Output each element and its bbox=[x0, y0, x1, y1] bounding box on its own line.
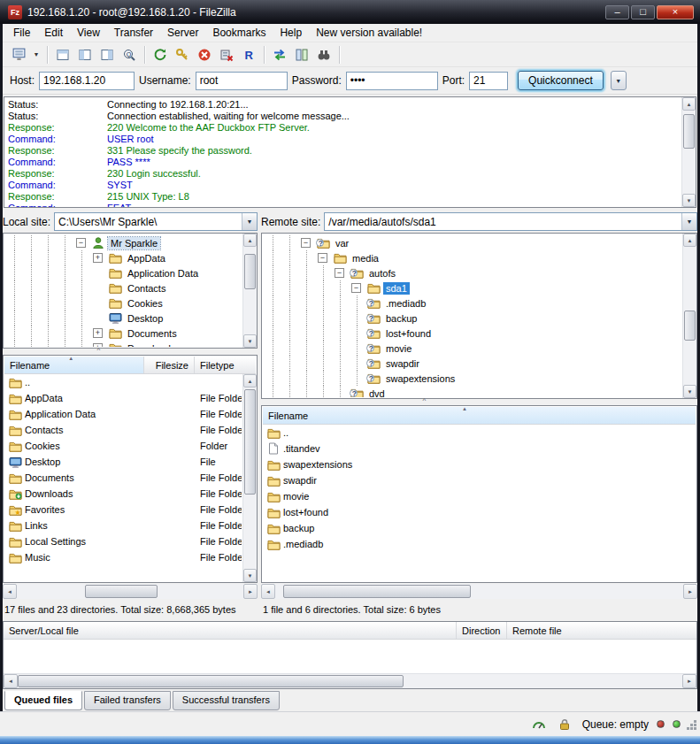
tree-item-movie[interactable]: ?movie bbox=[265, 341, 681, 356]
collapse-icon[interactable]: − bbox=[318, 253, 327, 263]
local-tree-vertical-scrollbar[interactable]: ▲ ▼ bbox=[242, 234, 257, 348]
process-queue-button[interactable] bbox=[172, 44, 193, 65]
host-input[interactable] bbox=[39, 72, 135, 90]
collapse-icon[interactable]: − bbox=[76, 238, 86, 248]
tree-item-downloads[interactable]: +Downloads bbox=[6, 341, 242, 347]
file-row-cookies[interactable]: CookiesFolder bbox=[4, 438, 242, 454]
site-manager-button[interactable] bbox=[8, 44, 29, 65]
column-header-server-local-file[interactable]: Server/Local file bbox=[4, 622, 457, 639]
dropdown-arrow-icon[interactable]: ▼ bbox=[242, 213, 257, 230]
synchronized-browsing-button[interactable] bbox=[269, 44, 290, 65]
menu-item-bookmarks[interactable]: Bookmarks bbox=[205, 24, 273, 42]
file-row-swapextensions[interactable]: swapextensions bbox=[263, 456, 696, 472]
tree-item-media[interactable]: −media bbox=[265, 250, 681, 265]
file-row-links[interactable]: LinksFile Folder bbox=[4, 518, 242, 533]
local-list-vertical-scrollbar[interactable]: ▲ ▼ bbox=[242, 374, 257, 582]
file-row-favorites[interactable]: ★FavoritesFile Folder bbox=[4, 502, 242, 518]
tree-item-swapextensions[interactable]: ?swapextensions bbox=[265, 371, 681, 386]
directory-comparison-button[interactable] bbox=[291, 44, 312, 65]
remote-site-combobox[interactable]: /var/media/autofs/sda1 ▼ bbox=[324, 212, 697, 231]
scroll-track[interactable] bbox=[275, 584, 683, 599]
scroll-left-icon[interactable]: ◄ bbox=[261, 584, 275, 599]
scroll-down-icon[interactable]: ▼ bbox=[682, 194, 696, 207]
scroll-track[interactable] bbox=[243, 247, 257, 334]
scroll-left-icon[interactable]: ◄ bbox=[3, 584, 17, 599]
queue-horizontal-scrollbar[interactable]: ◄ ► bbox=[4, 673, 696, 688]
tab-queued-files[interactable]: Queued files bbox=[4, 691, 82, 710]
tree-item-swapdir[interactable]: ?swapdir bbox=[265, 356, 681, 371]
column-header-filesize[interactable]: Filesize bbox=[144, 357, 195, 373]
column-header-remote-file[interactable]: Remote file bbox=[507, 622, 696, 639]
scroll-thumb[interactable] bbox=[18, 675, 404, 687]
speed-limits-icon[interactable] bbox=[531, 718, 547, 731]
cancel-button[interactable] bbox=[194, 44, 215, 65]
column-header-filename[interactable]: Filename▲ bbox=[263, 407, 696, 424]
scroll-right-icon[interactable]: ► bbox=[243, 584, 258, 599]
encryption-lock-icon[interactable] bbox=[557, 718, 573, 731]
tree-item-autofs[interactable]: −?autofs bbox=[265, 265, 681, 280]
minimize-button[interactable]: – bbox=[605, 5, 629, 19]
column-header-filetype[interactable]: Filetype bbox=[195, 357, 256, 373]
file-row-music[interactable]: MusicFile Folder bbox=[4, 549, 242, 565]
expand-icon[interactable]: + bbox=[93, 328, 103, 338]
local-site-combobox[interactable]: C:\Users\Mr Sparkle\ ▼ bbox=[54, 212, 258, 231]
resize-grip[interactable] bbox=[686, 719, 697, 733]
close-button[interactable]: × bbox=[657, 5, 694, 19]
scroll-up-icon[interactable]: ▲ bbox=[683, 234, 696, 247]
tab-successful-transfers[interactable]: Successful transfers bbox=[173, 691, 280, 710]
scroll-down-icon[interactable]: ▼ bbox=[243, 569, 257, 582]
tree-item-mr-sparkle[interactable]: −Mr Sparkle bbox=[6, 235, 242, 250]
expand-icon[interactable]: + bbox=[93, 253, 103, 263]
reconnect-button[interactable]: R bbox=[238, 44, 259, 65]
scroll-track[interactable] bbox=[682, 111, 696, 194]
scroll-down-icon[interactable]: ▼ bbox=[683, 385, 696, 398]
scroll-thumb[interactable] bbox=[283, 585, 471, 598]
scroll-track[interactable] bbox=[243, 387, 257, 569]
menu-item-help[interactable]: Help bbox=[273, 24, 309, 42]
tree-item-var[interactable]: −?var bbox=[265, 235, 681, 250]
file-row-appdata[interactable]: AppDataFile Folder bbox=[4, 390, 242, 406]
file-row-desktop[interactable]: DesktopFile bbox=[4, 454, 242, 470]
file-row-mediadb[interactable]: .mediadb bbox=[263, 536, 696, 552]
tree-item-sda1[interactable]: −sda1 bbox=[265, 280, 681, 295]
tree-item-desktop[interactable]: Desktop bbox=[6, 311, 242, 326]
tree-item-documents[interactable]: +Documents bbox=[6, 326, 242, 341]
scroll-up-icon[interactable]: ▲ bbox=[243, 234, 257, 247]
tree-item-application-data[interactable]: Application Data bbox=[6, 265, 242, 280]
quickconnect-button[interactable]: Quickconnect bbox=[518, 71, 604, 90]
scroll-up-icon[interactable]: ▲ bbox=[243, 374, 257, 387]
file-row-local-settings[interactable]: Local SettingsFile Folder bbox=[4, 533, 242, 549]
scroll-right-icon[interactable]: ► bbox=[682, 674, 696, 688]
scroll-left-icon[interactable]: ◄ bbox=[4, 674, 18, 688]
file-row-[interactable]: .. bbox=[263, 425, 696, 441]
tree-item-mediadb[interactable]: ?.mediadb bbox=[265, 295, 681, 311]
remote-horizontal-scrollbar[interactable]: ◄ ► bbox=[261, 584, 697, 599]
refresh-button[interactable] bbox=[150, 44, 171, 65]
find-files-button[interactable] bbox=[313, 44, 335, 65]
remote-splitter[interactable]: ^ bbox=[261, 399, 697, 405]
menu-item-transfer[interactable]: Transfer bbox=[107, 24, 160, 42]
tab-failed-transfers[interactable]: Failed transfers bbox=[84, 691, 171, 710]
dropdown-arrow-icon[interactable]: ▼ bbox=[681, 213, 696, 230]
tree-item-backup[interactable]: ?backup bbox=[265, 311, 681, 326]
scroll-right-icon[interactable]: ► bbox=[683, 584, 697, 599]
collapse-icon[interactable]: − bbox=[301, 238, 311, 248]
menu-item-file[interactable]: File bbox=[6, 24, 37, 42]
toggle-message-log-button[interactable] bbox=[52, 44, 73, 65]
toggle-remote-tree-button[interactable] bbox=[96, 44, 118, 65]
titlebar[interactable]: Fz 192.168.1.20 - root@192.168.1.20 - Fi… bbox=[0, 0, 700, 24]
scroll-track[interactable] bbox=[17, 584, 243, 599]
tree-item-contacts[interactable]: Contacts bbox=[6, 280, 242, 295]
log-vertical-scrollbar[interactable]: ▲ ▼ bbox=[681, 97, 696, 207]
scroll-up-icon[interactable]: ▲ bbox=[682, 97, 696, 111]
quickconnect-dropdown-button[interactable]: ▼ bbox=[611, 71, 627, 90]
file-row-lost-found[interactable]: lost+found bbox=[263, 504, 696, 520]
scroll-track[interactable] bbox=[683, 247, 696, 385]
file-row-application-data[interactable]: Application DataFile Folder bbox=[4, 406, 242, 422]
scroll-down-icon[interactable]: ▼ bbox=[243, 334, 257, 348]
file-row-movie[interactable]: movie bbox=[263, 488, 696, 504]
tree-item-appdata[interactable]: +AppData bbox=[6, 250, 242, 265]
toggle-queue-button[interactable]: Q bbox=[119, 44, 140, 65]
scroll-thumb[interactable] bbox=[684, 311, 696, 341]
file-row-titandev[interactable]: .titandev bbox=[263, 441, 696, 456]
